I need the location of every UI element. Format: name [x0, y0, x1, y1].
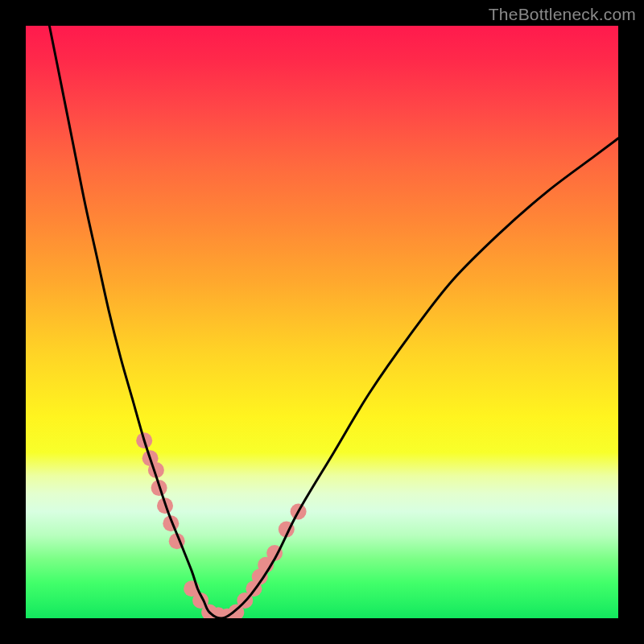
bottleneck-curve	[49, 26, 618, 618]
plot-area	[26, 26, 618, 618]
chart-frame: TheBottleneck.com	[0, 0, 644, 644]
marker-layer	[136, 432, 306, 618]
watermark-text: TheBottleneck.com	[489, 5, 636, 24]
bottleneck-plot-svg	[26, 26, 618, 618]
